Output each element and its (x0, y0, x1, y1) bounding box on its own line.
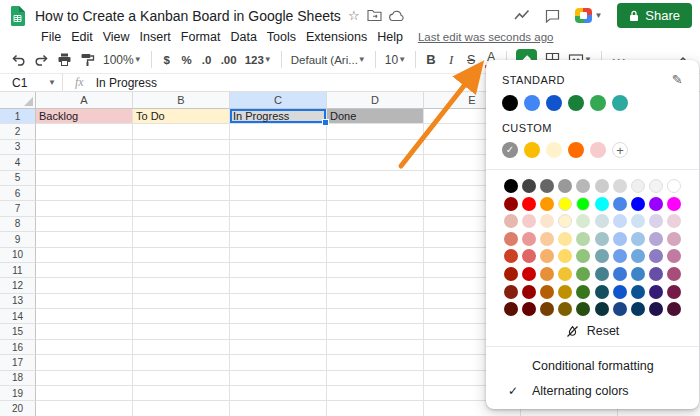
alternating-colors-item[interactable]: ✓ Alternating colors (486, 378, 699, 403)
palette-color-r5-c10[interactable] (667, 249, 681, 263)
row-header-8[interactable]: 8 (0, 217, 36, 232)
palette-color-r1-c3[interactable] (540, 179, 554, 193)
palette-color-r1-c8[interactable] (631, 179, 645, 193)
cell-A19[interactable] (36, 386, 133, 401)
palette-color-r3-c8[interactable] (631, 214, 645, 228)
cell-A4[interactable] (36, 155, 133, 170)
row-header-7[interactable]: 7 (0, 201, 36, 216)
cell-C9[interactable] (230, 232, 327, 247)
strikethrough-button[interactable]: S (462, 49, 480, 70)
row-header-14[interactable]: 14 (0, 309, 36, 324)
font-family-select[interactable]: Default (Ari... ▼ (288, 49, 369, 70)
cell-B19[interactable] (133, 386, 230, 401)
cell-B4[interactable] (133, 155, 230, 170)
palette-color-r4-c7[interactable] (613, 232, 627, 246)
row-header-1[interactable]: 1 (0, 109, 36, 124)
cell-B8[interactable] (133, 217, 230, 232)
palette-color-r8-c10[interactable] (667, 302, 681, 316)
meet-button[interactable]: ▼ (575, 8, 602, 23)
cell-C18[interactable] (230, 371, 327, 386)
menu-item-edit[interactable]: Edit (66, 30, 98, 44)
row-header-19[interactable]: 19 (0, 386, 36, 401)
palette-color-r4-c1[interactable] (504, 232, 518, 246)
row-header-9[interactable]: 9 (0, 232, 36, 247)
palette-color-r5-c3[interactable] (540, 249, 554, 263)
palette-color-r4-c9[interactable] (649, 232, 663, 246)
custom-color-1[interactable] (524, 142, 540, 158)
palette-color-r4-c4[interactable] (558, 232, 572, 246)
cell-B3[interactable] (133, 140, 230, 155)
palette-color-r2-c8[interactable] (631, 197, 645, 211)
cell-D1[interactable]: Done (327, 109, 424, 124)
column-header-c[interactable]: C (230, 92, 327, 109)
palette-color-r5-c7[interactable] (613, 249, 627, 263)
standard-color-3[interactable] (568, 95, 584, 111)
paint-format-button[interactable] (77, 49, 98, 70)
palette-color-r3-c7[interactable] (613, 214, 627, 228)
palette-color-r3-c1[interactable] (504, 214, 518, 228)
number-format-button[interactable]: 123 ▼ (242, 49, 275, 70)
palette-color-r6-c10[interactable] (667, 267, 681, 281)
standard-color-1[interactable] (524, 95, 540, 111)
cell-D17[interactable] (327, 355, 424, 370)
custom-color-0-selected[interactable]: ✓ (502, 142, 518, 158)
palette-color-r7-c1[interactable] (504, 285, 518, 299)
palette-color-r2-c4[interactable] (558, 197, 572, 211)
palette-color-r7-c8[interactable] (631, 285, 645, 299)
standard-color-5[interactable] (612, 95, 628, 111)
palette-color-r3-c6[interactable] (595, 214, 609, 228)
cell-B5[interactable] (133, 171, 230, 186)
decrease-decimal-button[interactable]: .0 (198, 49, 216, 70)
move-folder-icon[interactable] (367, 9, 382, 22)
palette-color-r1-c9[interactable] (649, 179, 663, 193)
document-title[interactable]: How to Create a Kanban Board in Google S… (35, 8, 341, 24)
palette-color-r5-c2[interactable] (522, 249, 536, 263)
palette-color-r5-c8[interactable] (631, 249, 645, 263)
palette-color-r7-c10[interactable] (667, 285, 681, 299)
cell-D4[interactable] (327, 155, 424, 170)
cell-D19[interactable] (327, 386, 424, 401)
palette-color-r1-c10[interactable] (667, 179, 681, 193)
palette-color-r6-c5[interactable] (576, 267, 590, 281)
palette-color-r8-c4[interactable] (558, 302, 572, 316)
cell-C5[interactable] (230, 171, 327, 186)
palette-color-r4-c5[interactable] (576, 232, 590, 246)
palette-color-r3-c9[interactable] (649, 214, 663, 228)
cell-D14[interactable] (327, 309, 424, 324)
palette-color-r5-c9[interactable] (649, 249, 663, 263)
cell-C3[interactable] (230, 140, 327, 155)
select-all-corner[interactable] (0, 92, 36, 109)
cell-D15[interactable] (327, 324, 424, 339)
cloud-status-icon[interactable] (389, 10, 405, 22)
row-header-4[interactable]: 4 (0, 155, 36, 170)
column-header-d[interactable]: D (327, 92, 424, 109)
palette-color-r7-c9[interactable] (649, 285, 663, 299)
cell-A14[interactable] (36, 309, 133, 324)
row-header-12[interactable]: 12 (0, 278, 36, 293)
cell-D5[interactable] (327, 171, 424, 186)
cell-B10[interactable] (133, 248, 230, 263)
row-header-5[interactable]: 5 (0, 171, 36, 186)
menu-item-insert[interactable]: Insert (135, 30, 176, 44)
palette-color-r1-c6[interactable] (595, 179, 609, 193)
menu-item-help[interactable]: Help (372, 30, 408, 44)
palette-color-r2-c5[interactable] (576, 197, 590, 211)
cell-A16[interactable] (36, 340, 133, 355)
row-header-20[interactable]: 20 (0, 401, 36, 416)
cell-B18[interactable] (133, 371, 230, 386)
cell-D6[interactable] (327, 186, 424, 201)
palette-color-r3-c5[interactable] (576, 214, 590, 228)
cell-C14[interactable] (230, 309, 327, 324)
comment-icon[interactable] (545, 9, 560, 23)
palette-color-r4-c10[interactable] (667, 232, 681, 246)
palette-color-r7-c5[interactable] (576, 285, 590, 299)
palette-color-r1-c5[interactable] (576, 179, 590, 193)
cell-D11[interactable] (327, 263, 424, 278)
increase-decimal-button[interactable]: .00 (218, 49, 240, 70)
palette-color-r3-c4[interactable] (558, 214, 572, 228)
palette-color-r8-c9[interactable] (649, 302, 663, 316)
last-edit-link[interactable]: Last edit was seconds ago (418, 31, 554, 43)
cell-C6[interactable] (230, 186, 327, 201)
menu-item-view[interactable]: View (98, 30, 135, 44)
column-header-b[interactable]: B (133, 92, 230, 109)
